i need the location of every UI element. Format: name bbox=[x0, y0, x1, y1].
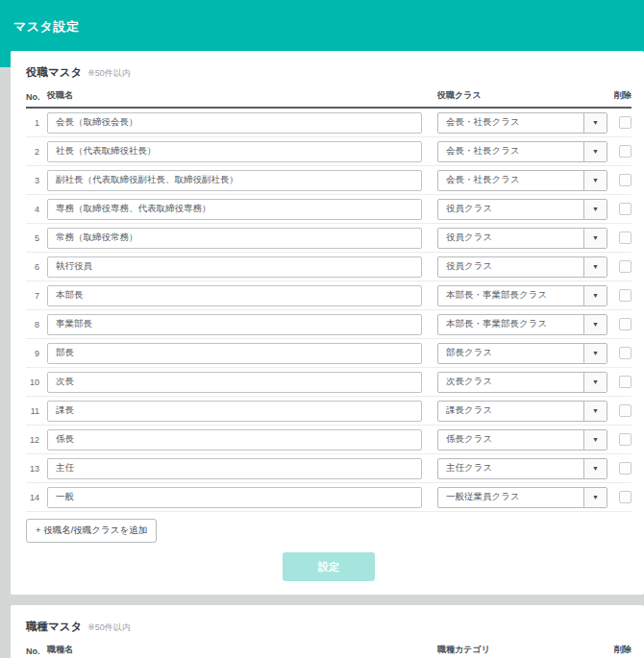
section-note: ※50件以内 bbox=[87, 68, 131, 78]
table-header: No. 役職名 役職クラス 削除 bbox=[26, 89, 632, 109]
chevron-down-icon[interactable]: ▼ bbox=[583, 344, 607, 363]
chevron-down-icon[interactable]: ▼ bbox=[583, 257, 607, 277]
row-number: 4 bbox=[26, 205, 39, 214]
name-input[interactable] bbox=[47, 199, 422, 220]
name-input[interactable] bbox=[47, 170, 422, 191]
class-select[interactable]: 本部長・事業部長クラス ▼ bbox=[437, 314, 607, 335]
delete-checkbox[interactable] bbox=[619, 116, 632, 129]
name-input[interactable] bbox=[47, 228, 422, 249]
class-select-value: 役員クラス bbox=[438, 203, 583, 215]
delete-checkbox[interactable] bbox=[619, 260, 632, 273]
chevron-down-icon[interactable]: ▼ bbox=[583, 171, 607, 190]
name-input[interactable] bbox=[47, 256, 422, 278]
job-type-master-card: 職種マスタ※50件以内 No. 職種名 職種カテゴリ 削除 1 その他の職種 ▼… bbox=[11, 605, 644, 658]
class-select[interactable]: 役員クラス ▼ bbox=[437, 256, 607, 278]
delete-checkbox[interactable] bbox=[619, 376, 632, 388]
chevron-down-icon[interactable]: ▼ bbox=[583, 200, 607, 219]
class-select[interactable]: 部長クラス ▼ bbox=[437, 343, 607, 364]
row-number: 7 bbox=[26, 291, 39, 301]
row-number: 3 bbox=[26, 176, 39, 185]
section-title: 役職マスタ bbox=[26, 66, 82, 78]
chevron-down-icon[interactable]: ▼ bbox=[583, 459, 607, 478]
chevron-down-icon[interactable]: ▼ bbox=[583, 402, 607, 421]
section-note: ※50件以内 bbox=[87, 622, 131, 632]
class-select[interactable]: 次長クラス ▼ bbox=[437, 372, 607, 393]
class-select[interactable]: 会長・社長クラス ▼ bbox=[437, 112, 607, 134]
row-number: 2 bbox=[26, 147, 39, 157]
row-number: 11 bbox=[26, 406, 39, 416]
class-select-value: 会長・社長クラス bbox=[438, 116, 583, 129]
name-input[interactable] bbox=[47, 112, 422, 134]
class-select[interactable]: 課長クラス ▼ bbox=[437, 401, 607, 422]
table-row: 7 本部長・事業部長クラス ▼ bbox=[26, 281, 632, 310]
class-select[interactable]: 本部長・事業部長クラス ▼ bbox=[437, 285, 607, 306]
table-row: 10 次長クラス ▼ bbox=[26, 368, 632, 397]
delete-checkbox[interactable] bbox=[619, 491, 632, 503]
name-input[interactable] bbox=[47, 401, 422, 422]
name-input[interactable] bbox=[47, 458, 422, 479]
table-row: 1 会長・社長クラス ▼ bbox=[26, 109, 632, 137]
column-class: 職種カテゴリ bbox=[437, 644, 607, 656]
table-row: 9 部長クラス ▼ bbox=[26, 339, 632, 368]
class-select-value: 会長・社長クラス bbox=[438, 145, 583, 158]
row-number: 13 bbox=[26, 464, 39, 474]
section-head: 職種マスタ※50件以内 bbox=[26, 617, 632, 634]
delete-checkbox[interactable] bbox=[619, 318, 632, 330]
submit-area: 設定 bbox=[26, 552, 632, 581]
name-input[interactable] bbox=[47, 487, 422, 508]
section-head: 役職マスタ※50件以内 bbox=[26, 62, 632, 80]
delete-checkbox[interactable] bbox=[619, 462, 632, 475]
add-row-button[interactable]: + 役職名/役職クラスを追加 bbox=[26, 519, 157, 543]
section-title: 職種マスタ bbox=[26, 621, 82, 632]
page-title: マスタ設定 bbox=[13, 19, 79, 34]
row-number: 10 bbox=[26, 378, 39, 387]
name-input[interactable] bbox=[47, 314, 422, 335]
chevron-down-icon[interactable]: ▼ bbox=[583, 430, 607, 450]
delete-checkbox[interactable] bbox=[619, 404, 632, 417]
class-select[interactable]: 一般従業員クラス ▼ bbox=[437, 487, 607, 508]
position-master-card: 役職マスタ※50件以内 No. 役職名 役職クラス 削除 1 会長・社長クラス … bbox=[11, 51, 644, 595]
name-input[interactable] bbox=[47, 429, 422, 451]
column-no: No. bbox=[26, 92, 39, 102]
column-name: 職種名 bbox=[47, 644, 422, 656]
row-number: 5 bbox=[26, 233, 39, 243]
delete-checkbox[interactable] bbox=[619, 232, 632, 244]
row-number: 14 bbox=[26, 493, 39, 502]
delete-checkbox[interactable] bbox=[619, 145, 632, 158]
name-input[interactable] bbox=[47, 343, 422, 364]
delete-checkbox[interactable] bbox=[619, 433, 632, 446]
chevron-down-icon[interactable]: ▼ bbox=[583, 142, 607, 161]
chevron-down-icon[interactable]: ▼ bbox=[583, 229, 607, 248]
class-select[interactable]: 会長・社長クラス ▼ bbox=[437, 170, 607, 191]
class-select[interactable]: 係長クラス ▼ bbox=[437, 429, 607, 451]
class-select[interactable]: 役員クラス ▼ bbox=[437, 199, 607, 220]
column-name: 役職名 bbox=[47, 89, 422, 102]
class-select-value: 本部長・事業部長クラス bbox=[438, 318, 583, 330]
class-select[interactable]: 会長・社長クラス ▼ bbox=[437, 141, 607, 162]
delete-checkbox[interactable] bbox=[619, 203, 632, 215]
column-delete: 削除 bbox=[607, 89, 632, 102]
chevron-down-icon[interactable]: ▼ bbox=[583, 113, 607, 133]
chevron-down-icon[interactable]: ▼ bbox=[583, 286, 607, 305]
table-body: 1 会長・社長クラス ▼ 2 会長・社長クラス ▼ 3 会長・社長クラス ▼ 4… bbox=[26, 109, 632, 512]
chevron-down-icon[interactable]: ▼ bbox=[583, 488, 607, 507]
row-number: 1 bbox=[26, 118, 39, 128]
chevron-down-icon[interactable]: ▼ bbox=[583, 373, 607, 392]
name-input[interactable] bbox=[47, 372, 422, 393]
class-select-value: 課長クラス bbox=[438, 404, 583, 417]
class-select-value: 主任クラス bbox=[438, 462, 583, 475]
delete-checkbox[interactable] bbox=[619, 289, 632, 302]
submit-button[interactable]: 設定 bbox=[283, 552, 375, 581]
table-row: 3 会長・社長クラス ▼ bbox=[26, 166, 632, 195]
name-input[interactable] bbox=[47, 285, 422, 306]
main-content: 役職マスタ※50件以内 No. 役職名 役職クラス 削除 1 会長・社長クラス … bbox=[11, 51, 644, 658]
table-row: 6 役員クラス ▼ bbox=[26, 253, 632, 281]
name-input[interactable] bbox=[47, 141, 422, 162]
delete-checkbox[interactable] bbox=[619, 347, 632, 359]
row-number: 12 bbox=[26, 435, 39, 445]
chevron-down-icon[interactable]: ▼ bbox=[583, 315, 607, 334]
table-row: 14 一般従業員クラス ▼ bbox=[26, 483, 632, 512]
delete-checkbox[interactable] bbox=[619, 174, 632, 186]
class-select[interactable]: 役員クラス ▼ bbox=[437, 228, 607, 249]
class-select[interactable]: 主任クラス ▼ bbox=[437, 458, 607, 479]
